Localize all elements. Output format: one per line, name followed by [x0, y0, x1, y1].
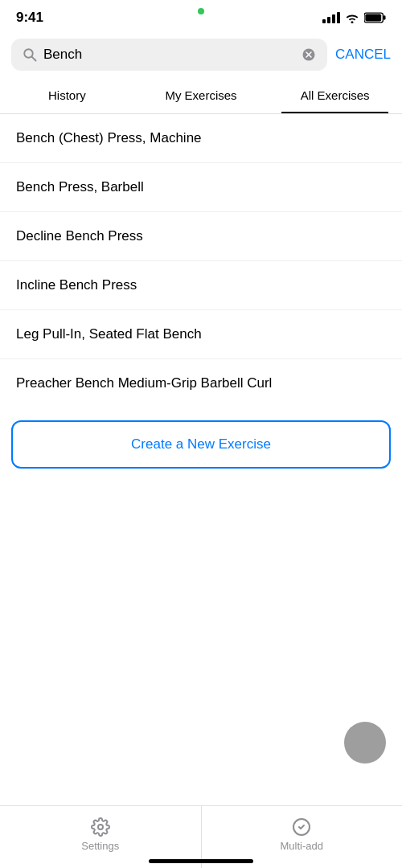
clear-search-button[interactable] [302, 47, 316, 62]
signal-icon [322, 12, 340, 23]
gear-icon [91, 817, 110, 837]
status-time: 9:41 [16, 10, 43, 26]
svg-rect-2 [365, 14, 381, 22]
fab-button[interactable] [344, 722, 386, 764]
tabs-container: History My Exercises All Exercises [0, 77, 402, 114]
wifi-icon [345, 12, 359, 23]
cancel-button[interactable]: CANCEL [335, 47, 391, 63]
exercise-item-4[interactable]: Incline Bench Press [0, 261, 402, 310]
exercise-list: Bench (Chest) Press, Machine Bench Press… [0, 114, 402, 407]
exercise-item-3[interactable]: Decline Bench Press [0, 212, 402, 261]
battery-icon [364, 12, 386, 23]
search-bar-container: CANCEL [0, 32, 402, 77]
nav-multi-add-label: Multi-add [281, 840, 323, 852]
home-indicator [149, 859, 253, 863]
svg-line-4 [32, 57, 36, 61]
exercise-item-1[interactable]: Bench (Chest) Press, Machine [0, 114, 402, 163]
status-bar: 9:41 [0, 0, 402, 32]
exercise-item-5[interactable]: Leg Pull-In, Seated Flat Bench [0, 310, 402, 359]
status-icons [322, 12, 386, 23]
search-input[interactable] [43, 47, 295, 63]
svg-rect-1 [384, 15, 386, 19]
check-circle-icon [292, 817, 311, 837]
create-exercise-button[interactable]: Create a New Exercise [11, 420, 391, 469]
exercise-item-2[interactable]: Bench Press, Barbell [0, 163, 402, 212]
search-icon [23, 47, 37, 62]
exercise-item-6[interactable]: Preacher Bench Medium-Grip Barbell Curl [0, 359, 402, 407]
tab-all-exercises[interactable]: All Exercises [268, 77, 402, 113]
tab-history[interactable]: History [0, 77, 134, 113]
tab-my-exercises[interactable]: My Exercises [134, 77, 269, 113]
nav-settings-label: Settings [81, 840, 119, 852]
green-dot [198, 8, 204, 14]
svg-point-8 [98, 825, 103, 829]
search-input-wrapper[interactable] [11, 39, 327, 71]
